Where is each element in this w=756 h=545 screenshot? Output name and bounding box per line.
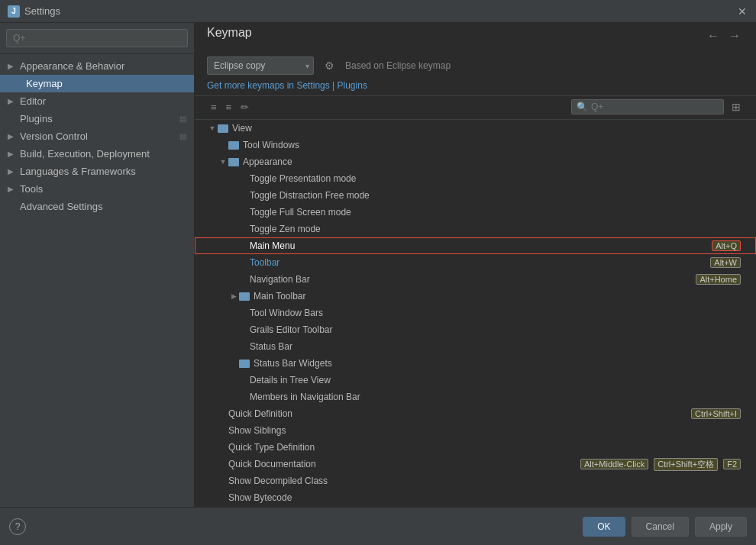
shortcut-badge: Alt+Q (712, 240, 741, 251)
tree-item-label: Quick Type Definition (228, 442, 744, 453)
sidebar-item-advanced-settings[interactable]: Advanced Settings (0, 198, 194, 215)
shortcut-badge: Alt+W (710, 257, 741, 268)
tree-item-label: Show Decompiled Class (228, 476, 744, 486)
sidebar-item-label: Advanced Settings (20, 201, 102, 212)
tree-item-quick-documentation[interactable]: Quick DocumentationAlt+Middle-ClickCtrl+… (195, 456, 756, 472)
tree-item-quick-definition[interactable]: Quick DefinitionCtrl+Shift+I (195, 405, 756, 422)
tree-item-toggle-distraction[interactable]: Toggle Distraction Free mode (195, 187, 756, 204)
tree-item-grails-editor-toolbar[interactable]: Grails Editor Toolbar (195, 321, 756, 338)
find-all-button[interactable]: ⊞ (729, 99, 744, 114)
tree-folder-icon (239, 292, 250, 301)
tree-item-appearance[interactable]: ▼Appearance (195, 153, 756, 170)
sidebar-item-label: Version Control (20, 131, 88, 142)
tree-item-label: Toggle Full Screen mode (250, 207, 744, 218)
tree-item-details-in-tree[interactable]: Details in Tree View (195, 372, 756, 389)
toolbar-collapse-icon[interactable]: ≡ (222, 100, 236, 114)
tree-item-label: Details in Tree View (250, 375, 744, 385)
keymap-dropdown[interactable]: Eclipse copyDefaultMac OS XEmacs (207, 56, 314, 75)
sidebar-item-label: Plugins (20, 113, 53, 124)
tree-item-label: Appearance (243, 156, 744, 167)
chevron-icon: ▶ (8, 97, 17, 105)
shortcut-badge: Ctrl+Shift+空格 (654, 458, 718, 471)
toolbar-icons: ≡ ≡ ✏ (207, 100, 253, 114)
tree-item-label: Status Bar Widgets (254, 358, 744, 369)
shortcut-badge: F2 (723, 459, 741, 469)
tree-item-label: View (232, 123, 744, 134)
tree-item-label: Quick Documentation (228, 459, 577, 469)
tree-item-toggle-full-screen[interactable]: Toggle Full Screen mode (195, 204, 756, 221)
sidebar-item-icon: ▤ (179, 132, 186, 140)
shortcuts-container: Ctrl+Shift+I (688, 408, 744, 419)
close-button[interactable]: ✕ (736, 5, 748, 18)
tree-item-toolbar[interactable]: ToolbarAlt+W (195, 254, 756, 271)
sidebar-item-label: Appearance & Behavior (20, 60, 124, 72)
tree-item-main-menu[interactable]: Main MenuAlt+Q (195, 237, 756, 254)
sidebar-item-plugins[interactable]: Plugins▤ (0, 110, 194, 127)
keymap-dropdown-wrapper: Eclipse copyDefaultMac OS XEmacs ▾ (207, 56, 314, 75)
tree-item-show-decompiled[interactable]: Show Decompiled Class (195, 472, 756, 489)
tree-folder-icon (228, 158, 239, 166)
shortcuts-container: Alt+Home (693, 274, 744, 285)
tree-item-view[interactable]: ▼View (195, 120, 756, 137)
help-button[interactable]: ? (9, 518, 26, 535)
sidebar-search-box (0, 23, 194, 54)
tree-item-label: Toggle Zen mode (250, 224, 744, 234)
content-area: Keymap ← → Eclipse copyDefaultMac OS XEm… (195, 23, 756, 507)
content-nav-row: Keymap ← → (195, 23, 756, 49)
title-bar-title: Settings (24, 5, 736, 17)
sidebar-item-keymap[interactable]: Keymap (0, 75, 194, 92)
sidebar-item-label: Keymap (26, 78, 63, 89)
tree-item-show-siblings[interactable]: Show Siblings (195, 422, 756, 439)
sidebar-item-version-control[interactable]: ▶Version Control▤ (0, 127, 194, 145)
tree-folder-icon (228, 141, 239, 150)
main-layout: ▶Appearance & Behavior Keymap▶Editor Plu… (0, 23, 756, 507)
ok-button[interactable]: OK (583, 517, 625, 537)
forward-button[interactable]: → (725, 27, 744, 44)
tree-item-status-bar-widgets[interactable]: Status Bar Widgets (195, 355, 756, 372)
tree-chevron-icon: ▼ (207, 124, 218, 132)
tree-item-navigation-bar[interactable]: Navigation BarAlt+Home (195, 271, 756, 288)
chevron-icon: ▶ (8, 62, 17, 70)
content-title: Keymap (207, 26, 252, 40)
sidebar-item-label: Editor (20, 95, 46, 107)
sidebar-search-input[interactable] (6, 29, 188, 47)
keymap-plugins-link[interactable]: Get more keymaps in Settings | Plugins (207, 80, 367, 91)
sidebar-item-build-execution[interactable]: ▶Build, Execution, Deployment (0, 145, 194, 163)
chevron-icon: ▶ (8, 132, 17, 140)
sidebar: ▶Appearance & Behavior Keymap▶Editor Plu… (0, 23, 195, 507)
tree-item-label: Toolbar (250, 257, 707, 268)
tree-item-toggle-zen[interactable]: Toggle Zen mode (195, 221, 756, 237)
tree-folder-icon (218, 124, 228, 133)
toolbar-edit-icon[interactable]: ✏ (237, 100, 253, 114)
app-icon: J (8, 5, 20, 18)
tree-chevron-icon: ▶ (228, 292, 239, 300)
tree-item-members-in-nav[interactable]: Members in Navigation Bar (195, 389, 756, 405)
sidebar-item-languages-frameworks[interactable]: ▶Languages & Frameworks (0, 163, 194, 180)
sidebar-item-label: Languages & Frameworks (20, 166, 136, 177)
shortcut-badge: Alt+Middle-Click (580, 459, 648, 469)
keymap-filter-input[interactable] (591, 102, 698, 112)
tree-item-tool-windows[interactable]: Tool Windows (195, 137, 756, 153)
sidebar-item-editor[interactable]: ▶Editor (0, 92, 194, 110)
tree-item-main-toolbar[interactable]: ▶Main Toolbar (195, 288, 756, 305)
back-button[interactable]: ← (704, 27, 722, 44)
tree-item-tool-window-bars[interactable]: Tool Window Bars (195, 305, 756, 321)
cancel-button[interactable]: Cancel (632, 517, 689, 537)
filter-search-icon: 🔍 (577, 102, 588, 112)
chevron-icon: ▶ (8, 167, 17, 176)
tree-item-status-bar[interactable]: Status Bar (195, 338, 756, 355)
tree-item-label: Main Menu (250, 240, 709, 251)
sidebar-nav: ▶Appearance & Behavior Keymap▶Editor Plu… (0, 54, 194, 507)
sidebar-item-appearance-behavior[interactable]: ▶Appearance & Behavior (0, 57, 194, 75)
keymap-tree: ▼ViewTool Windows▼AppearanceToggle Prese… (195, 120, 756, 507)
toolbar-expand-icon[interactable]: ≡ (207, 100, 221, 114)
nav-arrows: ← → (704, 27, 744, 44)
title-bar: J Settings ✕ (0, 0, 756, 23)
tree-item-toggle-presentation[interactable]: Toggle Presentation mode (195, 170, 756, 187)
sidebar-item-tools[interactable]: ▶Tools (0, 180, 194, 198)
apply-button[interactable]: Apply (695, 517, 747, 537)
tree-item-show-bytecode[interactable]: Show Bytecode (195, 489, 756, 506)
keymap-gear-button[interactable]: ⚙ (321, 58, 338, 73)
tree-folder-icon (239, 360, 250, 368)
tree-item-quick-type-definition[interactable]: Quick Type Definition (195, 439, 756, 456)
